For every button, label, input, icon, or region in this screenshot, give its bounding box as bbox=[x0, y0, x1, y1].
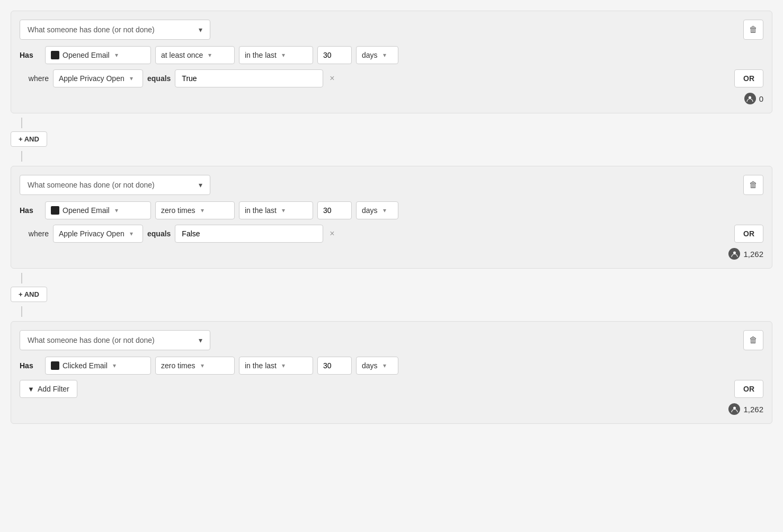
time-select-3[interactable]: in the last ▾ bbox=[239, 357, 313, 375]
event-icon-1 bbox=[51, 51, 59, 59]
block2-has-row: Has Opened Email ▾ zero times ▾ in the l… bbox=[20, 201, 763, 219]
frequency-select-3[interactable]: zero times ▾ bbox=[155, 357, 235, 375]
and-connector-2 bbox=[11, 273, 772, 283]
has-label-1: Has bbox=[20, 51, 41, 59]
main-select-3[interactable]: What someone has done (or not done) ▾ bbox=[20, 330, 210, 350]
block1-has-row: Has Opened Email ▾ at least once ▾ in th… bbox=[20, 46, 763, 64]
filter-icon: ▼ bbox=[28, 385, 34, 393]
or-button-1[interactable]: OR bbox=[734, 69, 763, 87]
property-label-1: Apple Privacy Open bbox=[59, 74, 124, 83]
count-icon-3 bbox=[728, 403, 740, 415]
count-icon-1 bbox=[744, 93, 756, 104]
block2-where-row: where Apple Privacy Open ▾ equals × OR bbox=[20, 225, 763, 243]
where-label-1: where bbox=[20, 74, 49, 83]
frequency-chevron-1: ▾ bbox=[208, 51, 211, 59]
frequency-chevron-2: ▾ bbox=[201, 207, 204, 214]
connector-line-2 bbox=[21, 273, 22, 283]
delete-block-1-button[interactable]: 🗑 bbox=[743, 20, 763, 40]
svg-point-0 bbox=[749, 96, 751, 99]
delete-icon-1: 🗑 bbox=[749, 25, 758, 34]
add-filter-button[interactable]: ▼ Add Filter bbox=[20, 380, 77, 398]
or-button-2[interactable]: OR bbox=[734, 225, 763, 243]
block3-add-filter-row: ▼ Add Filter OR bbox=[20, 380, 763, 398]
count-icon-2 bbox=[728, 248, 740, 260]
event-chevron-1: ▾ bbox=[115, 51, 118, 59]
count-value-3: 1,262 bbox=[743, 405, 763, 414]
connector-line-2b bbox=[21, 306, 22, 317]
value-input-2[interactable] bbox=[175, 225, 323, 243]
block1-count-row: 0 bbox=[20, 93, 763, 104]
main-select-1-chevron: ▾ bbox=[199, 25, 202, 34]
days-chevron-3: ▾ bbox=[383, 362, 386, 369]
event-select-3[interactable]: Clicked Email ▾ bbox=[45, 357, 151, 375]
days-select-2[interactable]: days ▾ bbox=[356, 201, 398, 219]
event-label-2: Opened Email bbox=[63, 206, 110, 215]
has-label-2: Has bbox=[20, 206, 41, 215]
main-select-1[interactable]: What someone has done (or not done) ▾ bbox=[20, 20, 210, 40]
main-select-2[interactable]: What someone has done (or not done) ▾ bbox=[20, 175, 210, 195]
property-select-2[interactable]: Apple Privacy Open ▾ bbox=[53, 225, 143, 243]
days-label-1: days bbox=[362, 51, 378, 59]
main-select-3-label: What someone has done (or not done) bbox=[28, 336, 155, 344]
has-label-3: Has bbox=[20, 361, 41, 370]
number-input-2[interactable] bbox=[317, 201, 352, 219]
event-chevron-3: ▾ bbox=[113, 362, 116, 369]
time-select-1[interactable]: in the last ▾ bbox=[239, 46, 313, 64]
frequency-select-1[interactable]: at least once ▾ bbox=[155, 46, 235, 64]
and-button-2[interactable]: + AND bbox=[11, 287, 47, 302]
time-chevron-3: ▾ bbox=[282, 362, 285, 369]
condition-block-1: What someone has done (or not done) ▾ 🗑 … bbox=[11, 11, 772, 113]
time-select-2[interactable]: in the last ▾ bbox=[239, 201, 313, 219]
time-label-1: in the last bbox=[245, 51, 277, 59]
property-select-1[interactable]: Apple Privacy Open ▾ bbox=[53, 69, 143, 87]
or-button-3[interactable]: OR bbox=[734, 380, 763, 398]
clear-value-2[interactable]: × bbox=[327, 227, 336, 241]
connector-line-1b bbox=[21, 151, 22, 162]
frequency-select-2[interactable]: zero times ▾ bbox=[155, 201, 235, 219]
delete-block-2-button[interactable]: 🗑 bbox=[743, 175, 763, 195]
and-button-1[interactable]: + AND bbox=[11, 131, 47, 147]
where-label-2: where bbox=[20, 229, 49, 238]
number-input-3[interactable] bbox=[317, 357, 352, 375]
and-connector-1 bbox=[11, 118, 772, 128]
delete-icon-3: 🗑 bbox=[749, 335, 758, 345]
days-select-3[interactable]: days ▾ bbox=[356, 357, 398, 375]
number-input-1[interactable] bbox=[317, 46, 352, 64]
event-select-2[interactable]: Opened Email ▾ bbox=[45, 201, 151, 219]
block3-count-row: 1,262 bbox=[20, 403, 763, 415]
event-icon-3 bbox=[51, 361, 59, 370]
days-label-3: days bbox=[362, 361, 378, 370]
property-chevron-1: ▾ bbox=[130, 75, 133, 82]
value-input-1[interactable] bbox=[175, 69, 323, 87]
delete-block-3-button[interactable]: 🗑 bbox=[743, 330, 763, 350]
time-label-3: in the last bbox=[245, 361, 277, 370]
time-label-2: in the last bbox=[245, 206, 277, 215]
block3-header: What someone has done (or not done) ▾ 🗑 bbox=[20, 330, 763, 350]
delete-icon-2: 🗑 bbox=[749, 180, 758, 190]
frequency-chevron-3: ▾ bbox=[201, 362, 204, 369]
property-label-2: Apple Privacy Open bbox=[59, 229, 124, 238]
days-chevron-1: ▾ bbox=[383, 51, 386, 59]
days-select-1[interactable]: days ▾ bbox=[356, 46, 398, 64]
event-label-1: Opened Email bbox=[63, 51, 110, 59]
time-chevron-1: ▾ bbox=[282, 51, 285, 59]
clear-value-1[interactable]: × bbox=[327, 72, 336, 85]
property-chevron-2: ▾ bbox=[130, 230, 133, 237]
svg-point-1 bbox=[733, 251, 736, 254]
frequency-label-3: zero times bbox=[161, 361, 195, 370]
time-chevron-2: ▾ bbox=[282, 207, 285, 214]
block1-where-row: where Apple Privacy Open ▾ equals × OR bbox=[20, 69, 763, 87]
connector-line-1 bbox=[21, 118, 22, 128]
days-chevron-2: ▾ bbox=[383, 207, 386, 214]
block1-header: What someone has done (or not done) ▾ 🗑 bbox=[20, 20, 763, 40]
main-select-2-label: What someone has done (or not done) bbox=[28, 181, 155, 189]
and-button-wrapper-1: + AND bbox=[11, 131, 772, 147]
add-filter-label: Add Filter bbox=[38, 385, 69, 393]
equals-label-1: equals bbox=[147, 74, 171, 83]
frequency-label-1: at least once bbox=[161, 51, 203, 59]
condition-block-3: What someone has done (or not done) ▾ 🗑 … bbox=[11, 321, 772, 424]
main-select-3-chevron: ▾ bbox=[199, 336, 202, 344]
event-select-1[interactable]: Opened Email ▾ bbox=[45, 46, 151, 64]
main-select-1-label: What someone has done (or not done) bbox=[28, 25, 155, 34]
block2-header: What someone has done (or not done) ▾ 🗑 bbox=[20, 175, 763, 195]
